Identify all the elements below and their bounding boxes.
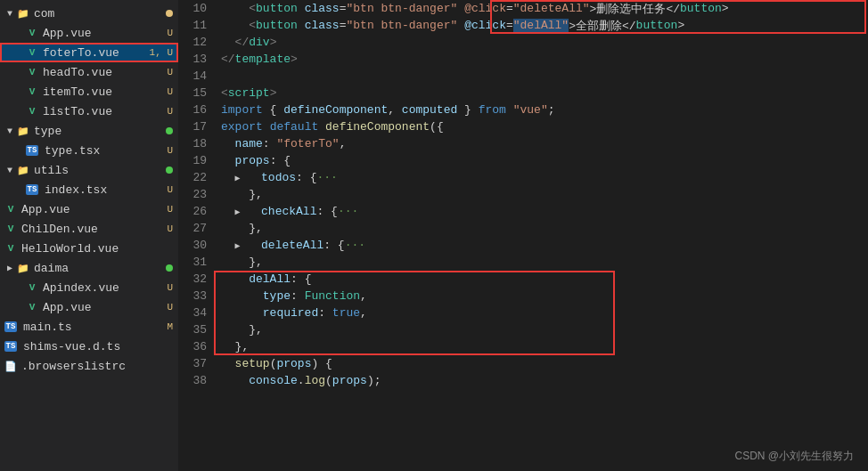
sidebar-item-daima[interactable]: ▶ 📁 daima — [0, 258, 178, 278]
line-number: 18 — [178, 135, 207, 152]
folder-icon: 📁 — [16, 124, 30, 138]
sidebar-item-label: daima — [34, 262, 166, 275]
git-badge: U — [167, 184, 173, 195]
sidebar-item-main-ts[interactable]: TS main.ts M — [0, 317, 178, 337]
status-dot — [166, 264, 173, 272]
chevron-down-icon: ▼ — [4, 166, 16, 175]
code-line-12: </div> — [221, 34, 868, 51]
sidebar-item-apindex-vue[interactable]: V Apindex.vue U — [0, 278, 178, 297]
file-icon: 📄 — [4, 359, 18, 373]
sidebar-item-label: App.vue — [21, 203, 167, 216]
vue-icon: V — [25, 26, 39, 40]
sidebar-item-browserslistrc[interactable]: 📄 .browserslistrc — [0, 356, 178, 376]
line-number: 17 — [178, 118, 207, 135]
code-line-18: name: "foterTo", — [221, 135, 868, 152]
line-number: 12 — [178, 34, 207, 51]
sidebar-item-helloworld-vue[interactable]: V HelloWorld.vue — [0, 239, 178, 258]
status-dot — [166, 166, 173, 174]
git-badge: U — [167, 145, 173, 156]
status-dot — [166, 10, 173, 17]
sidebar-item-label: listTo.vue — [43, 105, 167, 118]
sidebar-item-label: type — [34, 125, 166, 138]
sidebar-item-label: shims-vue.d.ts — [23, 340, 178, 353]
sidebar-item-app-vue-root[interactable]: V App.vue U — [0, 199, 178, 219]
sidebar-item-headto-vue[interactable]: V headTo.vue U — [0, 62, 178, 82]
line-number: 37 — [178, 355, 207, 372]
code-content[interactable]: <button class="btn btn-danger" @click="d… — [214, 0, 868, 471]
folder-icon: 📁 — [16, 163, 30, 177]
code-line-14 — [221, 68, 868, 85]
code-line-32: delAll: { — [221, 271, 868, 288]
sidebar-item-label: com — [34, 7, 166, 20]
sidebar-item-label: App.vue — [43, 27, 167, 40]
status-dot — [166, 127, 173, 134]
ts-icon: TS — [25, 143, 39, 158]
git-badge: U — [167, 204, 173, 215]
sidebar-item-label: .browserslistrc — [21, 360, 178, 373]
vue-icon: V — [4, 202, 18, 216]
line-number: 22 — [178, 169, 207, 186]
sidebar-item-itemto-vue[interactable]: V itemTo.vue U — [0, 82, 178, 102]
line-number: 27 — [178, 220, 207, 237]
vue-icon: V — [25, 45, 39, 60]
sidebar-item-foterto-vue[interactable]: V foterTo.vue 1, U — [0, 43, 178, 62]
folder-icon: 📁 — [16, 6, 30, 20]
vue-icon: V — [25, 85, 39, 99]
code-line-30: ▶ deleteAll: {··· — [221, 237, 868, 254]
sidebar-item-childen-vue[interactable]: V ChilDen.vue U — [0, 219, 178, 239]
line-number: 10 — [178, 0, 207, 17]
vue-icon: V — [25, 65, 39, 79]
sidebar-item-label: ChilDen.vue — [21, 223, 167, 236]
sidebar-item-label: Apindex.vue — [43, 281, 167, 295]
code-line-33: type: Function, — [221, 288, 868, 305]
folder-icon: 📁 — [16, 261, 30, 275]
line-number: 11 — [178, 17, 207, 34]
sidebar-item-listto-vue[interactable]: V listTo.vue U — [0, 102, 178, 121]
sidebar-item-utils[interactable]: ▼ 📁 utils — [0, 160, 178, 180]
sidebar-item-shims-ts[interactable]: TS shims-vue.d.ts — [0, 337, 178, 356]
vue-icon: V — [4, 241, 18, 256]
ts-icon: TS — [4, 339, 18, 353]
line-number: 14 — [178, 68, 207, 85]
git-badge: U — [167, 86, 173, 97]
vue-icon: V — [25, 300, 39, 314]
sidebar-item-label: HelloWorld.vue — [21, 242, 178, 256]
sidebar-item-app-vue[interactable]: V App.vue U — [0, 23, 178, 43]
code-line-10: <button class="btn btn-danger" @click="d… — [221, 0, 868, 17]
code-line-35: }, — [221, 321, 868, 338]
code-line-23: }, — [221, 186, 868, 203]
sidebar-item-label: utils — [34, 164, 166, 177]
sidebar-item-label: type.tsx — [45, 144, 167, 158]
code-line-37: setup(props) { — [221, 355, 868, 372]
code-line-16: import { defineComponent, computed } fro… — [221, 102, 868, 118]
vue-icon: V — [25, 280, 39, 295]
sidebar-item-index-tsx[interactable]: TS index.tsx U — [0, 180, 178, 199]
git-badge: U — [167, 302, 173, 313]
line-number: 23 — [178, 186, 207, 203]
code-line-11: <button class="btn btn-danger" @click="d… — [221, 17, 868, 34]
sidebar-item-type[interactable]: ▼ 📁 type — [0, 121, 178, 141]
ts-icon: TS — [4, 320, 18, 334]
sidebar-item-app-vue-daima[interactable]: V App.vue U — [0, 297, 178, 317]
line-number: 38 — [178, 372, 207, 389]
code-line-36: }, — [221, 338, 868, 355]
git-badge: U — [167, 67, 173, 77]
line-number: 15 — [178, 85, 207, 102]
git-badge: U — [167, 28, 173, 38]
sidebar-item-com[interactable]: ▼ 📁 com — [0, 4, 178, 23]
sidebar-item-type-tsx[interactable]: TS type.tsx U — [0, 141, 178, 160]
line-number: 30 — [178, 237, 207, 254]
vue-icon: V — [4, 222, 18, 236]
code-line-22: ▶ todos: {··· — [221, 169, 868, 186]
line-number: 19 — [178, 152, 207, 169]
sidebar-item-label: foterTo.vue — [43, 46, 150, 60]
git-badge: U — [167, 223, 173, 234]
vue-icon: V — [25, 104, 39, 118]
code-line-38: console.log(props); — [221, 372, 868, 389]
code-line-31: }, — [221, 254, 868, 271]
sidebar-item-label: App.vue — [43, 301, 167, 314]
code-line-15: <script> — [221, 85, 868, 102]
git-badge: U — [167, 106, 173, 117]
line-number: 33 — [178, 288, 207, 305]
sidebar-item-label: itemTo.vue — [43, 85, 167, 99]
